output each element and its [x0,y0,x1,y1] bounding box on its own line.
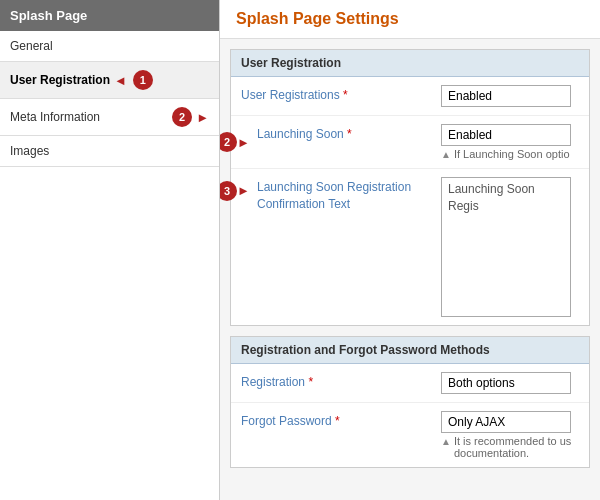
annotation-marker-2: 2 [220,132,237,152]
form-row-confirmation-text: 3 ► Launching Soon Registration Confirma… [231,169,589,325]
section-user-registration-body: User Registrations * Enabled 2 ► Launchi… [231,77,589,325]
value-launching-soon[interactable]: Enabled [441,124,571,146]
section-registration-methods-body: Registration * Both options Forgot Passw… [231,364,589,467]
label-launching-soon: Launching Soon * [241,124,441,143]
page-title: Splash Page Settings [220,0,600,39]
right-arrow-icon-3: ► [237,183,250,198]
hint-launching-soon: ▲ If Launching Soon optio [441,148,579,160]
form-row-forgot-password: Forgot Password * Only AJAX ▲ It is reco… [231,403,589,467]
annotation-badge-1: 1 [133,70,153,90]
sidebar-item-general[interactable]: General [0,31,219,62]
sidebar: Splash Page General User Registration ◄ … [0,0,220,500]
sidebar-item-meta-label: Meta Information [10,110,100,124]
label-registration: Registration * [241,372,441,391]
form-row-user-registrations: User Registrations * Enabled [231,77,589,116]
value-user-registrations[interactable]: Enabled [441,85,571,107]
hint-forgot-password: ▲ It is recommended to us documentation. [441,435,579,459]
value-forgot-password[interactable]: Only AJAX [441,411,571,433]
sidebar-item-user-registration[interactable]: User Registration ◄ 1 [0,62,219,99]
label-confirmation-text: Launching Soon Registration Confirmation… [241,177,441,213]
right-arrow-icon-2: ► [237,135,250,150]
section-user-registration: User Registration User Registrations * E… [230,49,590,326]
sidebar-item-general-label: General [10,39,53,53]
right-arrow-icon-meta: ► [196,110,209,125]
label-user-registrations: User Registrations * [241,85,441,104]
main-content: Splash Page Settings User Registration U… [220,0,600,500]
field-registration: Both options [441,372,579,394]
field-confirmation-text: Launching Soon Regis [441,177,579,317]
form-row-registration: Registration * Both options [231,364,589,403]
field-user-registrations: Enabled [441,85,579,107]
section-registration-methods: Registration and Forgot Password Methods… [230,336,590,468]
value-confirmation-text[interactable]: Launching Soon Regis [441,177,571,317]
section-user-registration-header: User Registration [231,50,589,77]
label-forgot-password: Forgot Password * [241,411,441,430]
left-arrow-icon: ◄ [114,73,127,88]
sidebar-item-images-label: Images [10,144,49,158]
value-registration[interactable]: Both options [441,372,571,394]
field-launching-soon: Enabled ▲ If Launching Soon optio [441,124,579,160]
annotation-marker-3: 3 [220,181,237,201]
annotation-badge-2: 2 [172,107,192,127]
sidebar-item-images[interactable]: Images [0,136,219,167]
sidebar-item-meta-information[interactable]: Meta Information 2 ► [0,99,219,136]
sidebar-title: Splash Page [0,0,219,31]
section-registration-methods-header: Registration and Forgot Password Methods [231,337,589,364]
field-forgot-password: Only AJAX ▲ It is recommended to us docu… [441,411,579,459]
sidebar-item-user-registration-label: User Registration [10,73,110,87]
form-row-launching-soon: 2 ► Launching Soon * Enabled ▲ If Launch… [231,116,589,169]
